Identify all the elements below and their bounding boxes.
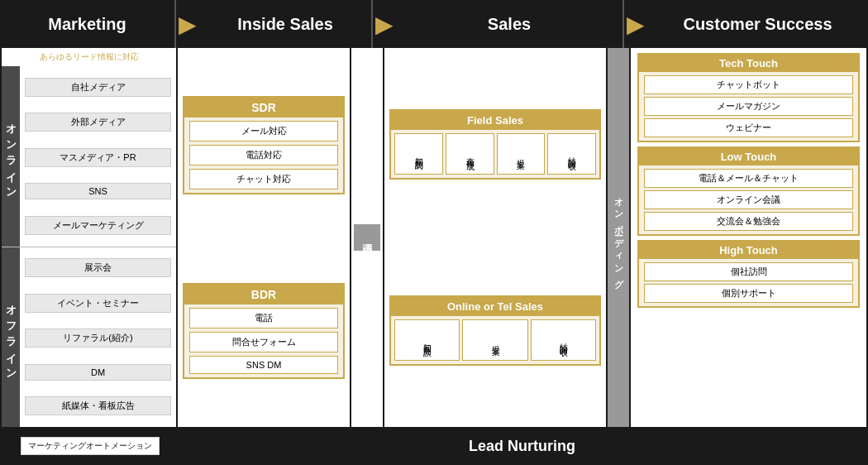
bottom-marketing-area: マーケティングオートメーション	[2, 437, 178, 455]
list-item: メール対応	[189, 121, 338, 141]
list-item: リファラル(紹介)	[25, 328, 171, 348]
list-item: チャット対応	[189, 169, 338, 189]
selection-col: 選定	[351, 48, 384, 427]
arrow-inside-to-sales: ▶	[373, 0, 396, 48]
list-item: 個社訪問	[644, 262, 853, 281]
online-sales-block: Online or Tel Sales 初回商談 提案 結論回収	[389, 295, 601, 366]
list-item: 提案	[462, 319, 527, 361]
list-item: 初回訪問	[394, 133, 443, 175]
bdr-block: BDR 電話 問合せフォーム SNS DM	[183, 283, 345, 379]
tech-touch-header: Tech Touch	[639, 55, 858, 72]
list-item: 個別サポート	[644, 284, 853, 303]
onboarding-bar: オンボーディング	[608, 48, 629, 427]
high-touch-header: High Touch	[639, 242, 858, 259]
list-item: 提案	[497, 133, 546, 175]
low-touch-block: Low Touch 電話＆メール＆チャット オンライン会議 交流会＆勉強会	[637, 146, 860, 236]
lead-nurturing-label: Lead Nurturing	[178, 438, 866, 455]
selection-box: 選定	[354, 224, 380, 251]
offline-section: オフライン 展示会 イベント・セミナー リファラル(紹介) DM 紙媒体・看板広…	[2, 247, 176, 428]
header-sales: Sales	[396, 0, 624, 48]
tech-touch-block: Tech Touch チャットボット メールマガジン ウェビナー	[637, 53, 860, 142]
list-item: 自社メディア	[25, 78, 171, 97]
main-content: あらゆるリード情報に対応 オンライン 自社メディア 外部メディア マスメディア・…	[2, 48, 866, 427]
sdr-header: SDR	[184, 98, 343, 117]
list-item: オンライン会議	[644, 190, 853, 209]
col-marketing: あらゆるリード情報に対応 オンライン 自社メディア 外部メディア マスメディア・…	[2, 48, 178, 427]
header-customer-success: Customer Success	[647, 0, 868, 48]
bottom-row: マーケティングオートメーション Lead Nurturing	[2, 427, 866, 463]
online-items: 自社メディア 外部メディア マスメディア・PR SNS メールマーケティング	[20, 66, 176, 247]
online-section: オンライン 自社メディア 外部メディア マスメディア・PR SNS メールマーケ…	[2, 66, 176, 247]
online-sales-steps: 初回商談 提案 結論回収	[391, 316, 599, 364]
list-item: 展示会	[25, 258, 171, 277]
list-item: 企画作成	[446, 133, 494, 175]
list-item: SNS DM	[189, 356, 338, 374]
high-touch-items: 個社訪問 個別サポート	[639, 259, 858, 306]
list-item: イベント・セミナー	[25, 294, 171, 313]
list-item: 初回商談	[394, 319, 460, 361]
marketing-note: あらゆるリード情報に対応	[2, 48, 176, 66]
low-touch-header: Low Touch	[639, 148, 858, 165]
list-item: 問合せフォーム	[189, 332, 338, 352]
field-sales-block: Field Sales 初回訪問 企画作成 提案 結論回収	[389, 109, 601, 180]
col-sales: Field Sales 初回訪問 企画作成 提案 結論回収 Online or …	[384, 48, 608, 427]
list-item: DM	[25, 364, 171, 381]
diagram: Marketing ▶ Inside Sales ▶ Sales ▶ Custo…	[0, 0, 868, 465]
list-item: マスメディア・PR	[25, 148, 171, 167]
online-label: オンライン	[2, 66, 20, 247]
bdr-header: BDR	[184, 285, 343, 304]
col-customer-success: Tech Touch チャットボット メールマガジン ウェビナー Low Tou…	[631, 48, 866, 427]
arrow-marketing-to-inside: ▶	[176, 0, 199, 48]
list-item: メールマーケティング	[25, 216, 171, 235]
list-item: チャットボット	[644, 75, 853, 94]
field-sales-steps: 初回訪問 企画作成 提案 結論回収	[391, 130, 599, 178]
list-item: 電話対応	[189, 145, 338, 165]
header-row: Marketing ▶ Inside Sales ▶ Sales ▶ Custo…	[0, 0, 868, 48]
list-item: 紙媒体・看板広告	[25, 396, 171, 415]
list-item: 電話	[189, 308, 338, 328]
sdr-items: メール対応 電話対応 チャット対応	[184, 117, 343, 193]
header-inside-sales: Inside Sales	[199, 0, 373, 48]
low-touch-items: 電話＆メール＆チャット オンライン会議 交流会＆勉強会	[639, 165, 858, 234]
list-item: メールマガジン	[644, 97, 853, 116]
onboarding-col: オンボーディング	[608, 48, 631, 427]
list-item: 電話＆メール＆チャット	[644, 169, 853, 188]
offline-label: オフライン	[2, 247, 20, 428]
high-touch-block: High Touch 個社訪問 個別サポート	[637, 240, 860, 308]
list-item: ウェビナー	[644, 118, 853, 137]
list-item: 結論回収	[547, 133, 596, 175]
list-item: 交流会＆勉強会	[644, 212, 853, 231]
col-inside-sales: SDR メール対応 電話対応 チャット対応 BDR 電話 問合せフォーム SNS…	[178, 48, 351, 427]
arrow-sales-to-cs: ▶	[624, 0, 647, 48]
bdr-items: 電話 問合せフォーム SNS DM	[184, 304, 343, 377]
marketing-auto-box: マーケティングオートメーション	[21, 437, 160, 455]
offline-items: 展示会 イベント・セミナー リファラル(紹介) DM 紙媒体・看板広告	[20, 247, 176, 428]
list-item: 外部メディア	[25, 113, 171, 132]
header-marketing: Marketing	[0, 0, 176, 48]
list-item: SNS	[25, 183, 171, 199]
list-item: 結論回収	[531, 319, 596, 361]
field-sales-header: Field Sales	[391, 111, 599, 130]
online-sales-header: Online or Tel Sales	[391, 297, 599, 316]
sdr-block: SDR メール対応 電話対応 チャット対応	[183, 96, 345, 194]
tech-touch-items: チャットボット メールマガジン ウェビナー	[639, 72, 858, 141]
